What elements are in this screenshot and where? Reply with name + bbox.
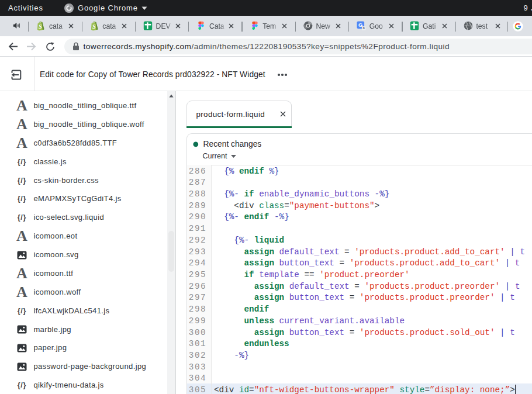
svg-text:×: × (362, 26, 365, 30)
svg-text:S: S (39, 23, 42, 30)
svg-text:S: S (92, 23, 96, 30)
